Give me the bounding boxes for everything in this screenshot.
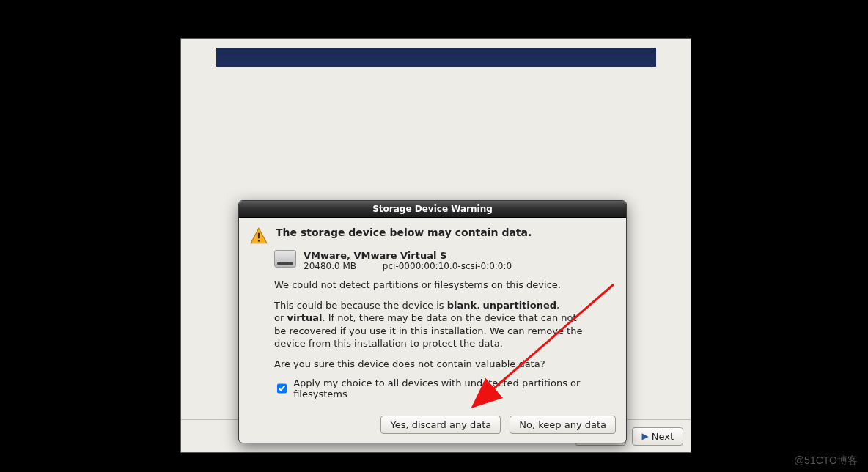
confirm-line: Are you sure this device does not contai… [274, 358, 589, 371]
device-path: pci-0000:00:10.0-scsi-0:0:0:0 [383, 261, 512, 271]
device-row: VMware, VMware Virtual S 20480.0 MB pci-… [274, 250, 616, 271]
header-band [216, 48, 656, 67]
reason-paragraph: This could be because the device is blan… [274, 299, 589, 350]
device-sub: 20480.0 MB pci-0000:00:10.0-scsi-0:0:0:0 [304, 261, 512, 271]
warning-heading: The storage device below may contain dat… [276, 226, 532, 238]
apply-all-label: Apply my choice to all devices with unde… [293, 377, 616, 399]
drive-icon [274, 250, 296, 268]
dialog-body: The storage device below may contain dat… [239, 218, 626, 407]
dialog-buttons: Yes, discard any data No, keep any data [239, 407, 626, 443]
detect-line: We could not detect partitions or filesy… [274, 279, 589, 292]
svg-rect-0 [258, 233, 260, 239]
arrow-right-icon: ▶ [641, 431, 648, 441]
svg-rect-1 [258, 240, 260, 241]
next-button[interactable]: ▶ Next [632, 427, 683, 446]
apply-all-checkbox[interactable] [277, 383, 287, 394]
device-name: VMware, VMware Virtual S [304, 250, 512, 261]
no-label: No, keep any data [519, 419, 606, 430]
next-label: Next [652, 431, 674, 442]
watermark: @51CTO博客 [794, 454, 858, 468]
device-text: VMware, VMware Virtual S 20480.0 MB pci-… [304, 250, 512, 271]
yes-discard-button[interactable]: Yes, discard any data [380, 416, 501, 434]
dialog-title: Storage Device Warning [239, 201, 626, 218]
storage-warning-dialog: Storage Device Warning The storage devic… [238, 200, 627, 443]
yes-label: Yes, discard any data [390, 419, 491, 430]
no-keep-button[interactable]: No, keep any data [510, 416, 616, 434]
warning-icon [249, 226, 268, 246]
installer-window: ◀ Back ▶ Next Storage Device Warning The… [180, 38, 691, 453]
device-size: 20480.0 MB [304, 261, 356, 271]
apply-all-checkbox-row[interactable]: Apply my choice to all devices with unde… [274, 377, 616, 399]
